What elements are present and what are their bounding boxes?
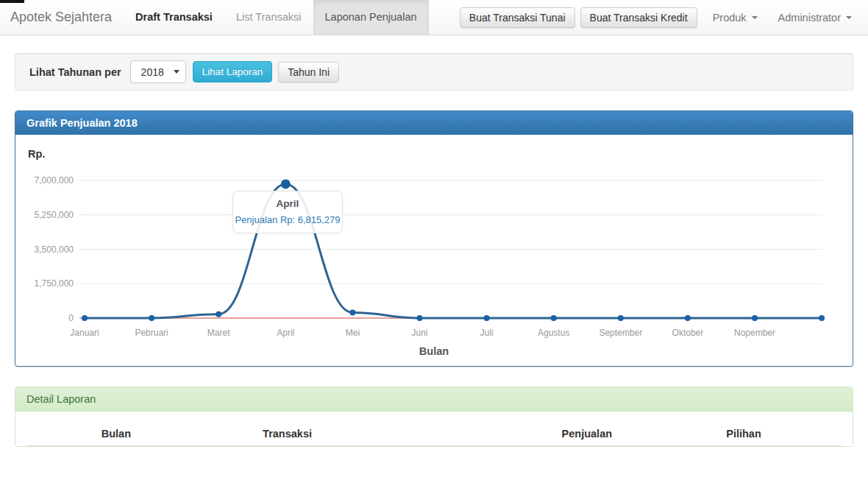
monthly-report-table: Bulan Transaksi Penjualan Pilihan [26,422,842,446]
buat-transaksi-tunai-button[interactable]: Buat Transaksi Tunai [460,7,575,28]
navbar-right: Buat Transaksi TunaiBuat Transaksi Kredi… [460,0,868,35]
tooltip-month: April [233,198,342,209]
chevron-down-icon [846,16,852,19]
header-penjualan: Penjualan [369,422,646,446]
sales-line [85,184,822,318]
produk-dropdown[interactable]: Produk [702,12,768,24]
data-point-maret[interactable] [216,311,221,317]
nav-action-buttons: Buat Transaksi TunaiBuat Transaksi Kredi… [460,7,702,28]
buat-transaksi-kredit-button[interactable]: Buat Transaksi Kredit [580,7,697,28]
year-filter-bar: Lihat Tahunan per 2018 Lihat Laporan Tah… [15,53,853,91]
chart-area: Rp. 01,750,0003,500,0005,250,0007,000,00… [15,135,853,366]
header-pilihan: Pilihan [646,422,842,446]
produk-dropdown-label: Produk [713,12,747,24]
data-point-september[interactable] [618,315,624,321]
data-point-juni[interactable] [417,315,423,321]
x-tick-label: Agustus [538,328,569,338]
data-point-oktober[interactable] [685,315,691,321]
app-brand[interactable]: Apotek Sejahtera [0,0,124,35]
x-tick-label: Nopember [734,328,775,338]
x-tick-label: Juli [480,328,494,338]
data-point-agustus[interactable] [551,315,557,321]
x-tick-label: Mei [346,328,360,338]
data-point-desember[interactable] [819,315,825,321]
x-tick-label: Maret [207,328,230,338]
detail-report-panel: Detail Laporan Bulan Transaksi Penjualan… [15,387,853,447]
chart-tooltip: April Penjualan Rp: 6,815,279 [232,191,343,233]
this-year-button[interactable]: Tahun Ini [278,62,339,82]
data-point-nopember[interactable] [752,315,758,321]
x-tick-label: September [599,328,642,338]
x-axis-title: Bulan [15,345,853,357]
y-tick-label: 5,250,000 [35,210,74,220]
sales-chart-panel: Grafik Penjualan 2018 Rp. 01,750,0003,50… [15,110,853,367]
y-tick-label: 7,000,000 [35,175,74,186]
header-transaksi: Transaksi [206,422,369,446]
x-tick-label: Pebruari [135,328,168,338]
nav-tabs: Draft TransaksiList TransaksiLaponan Pen… [124,0,428,35]
sales-line-chart[interactable]: 01,750,0003,500,0005,250,0007,000,000Jan… [15,143,853,343]
data-point-pebruari[interactable] [149,315,154,321]
data-point-januari[interactable] [82,315,88,321]
detail-table-wrap: Bulan Transaksi Penjualan Pilihan [15,412,853,446]
tab-laponan-penjualan[interactable]: Laponan Penjualan [313,0,429,35]
x-tick-label: Juni [411,328,427,338]
navbar: Apotek Sejahtera Draft TransaksiList Tra… [0,0,868,35]
year-filter-label: Lihat Tahunan per [29,66,121,78]
chevron-down-icon [752,16,758,19]
data-point-juli[interactable] [484,315,490,321]
tooltip-value: Penjualan Rp: 6,815,279 [233,214,342,225]
tab-list-transaksi[interactable]: List Transaksi [224,0,313,35]
screen-edge-artifact [0,0,24,3]
y-tick-label: 0 [68,313,74,323]
data-point-mei[interactable] [349,310,355,316]
table-header-row: Bulan Transaksi Penjualan Pilihan [26,422,842,446]
x-tick-label: Oktober [672,328,704,338]
view-report-button[interactable]: Lihat Laporan [193,61,273,82]
administrator-dropdown-label: Administrator [778,12,841,24]
x-tick-label: Januari [70,328,99,338]
header-bulan: Bulan [26,422,206,446]
year-select-wrap: 2018 [130,60,186,83]
x-tick-label: April [277,328,294,338]
y-tick-label: 3,500,000 [35,244,74,255]
year-select[interactable]: 2018 [130,60,186,83]
administrator-dropdown[interactable]: Administrator [768,12,862,24]
tab-draft-transaksi[interactable]: Draft Transaksi [124,0,224,35]
detail-panel-title: Detail Laporan [15,387,853,412]
y-tick-label: 1,750,000 [35,278,74,289]
data-point-april[interactable] [281,179,291,188]
nav-dropdowns: ProdukAdministrator [702,12,862,24]
chart-panel-title: Grafik Penjualan 2018 [15,111,853,135]
